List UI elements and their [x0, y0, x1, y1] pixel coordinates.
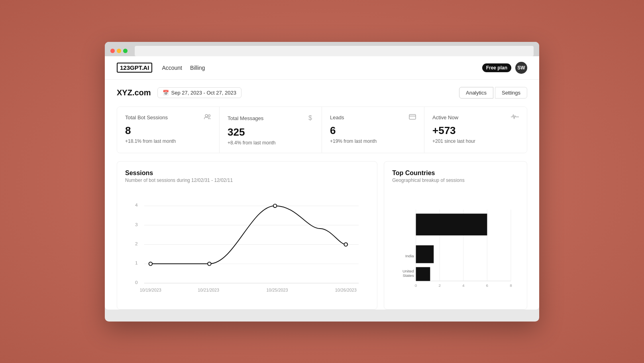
stat-header-sessions: Total Bot Sessions: [125, 114, 211, 121]
sessions-line-chart: 0 1 2 3 4 10/19/2023: [125, 189, 369, 301]
svg-text:India: India: [405, 253, 414, 258]
svg-text:3: 3: [135, 221, 138, 227]
stat-header-active: Active Now: [432, 114, 519, 121]
top-countries-subtitle: Geographical breakup of sessions: [392, 178, 519, 183]
svg-rect-35: [416, 213, 487, 235]
sessions-chart-card: Sessions Number of bot sessions during 1…: [117, 161, 377, 310]
logo[interactable]: 123GPT.AI: [117, 63, 152, 73]
browser-toolbar: [105, 42, 539, 56]
address-bar[interactable]: [135, 46, 534, 56]
svg-rect-40: [416, 267, 430, 281]
users-icon: [204, 114, 211, 121]
pulse-icon: [511, 114, 519, 121]
card-icon: [409, 114, 416, 121]
top-countries-bar-chart: 0 2 4 6 8: [392, 189, 519, 301]
svg-text:0: 0: [135, 279, 138, 285]
app-header: 123GPT.AI Account Billing Free plan SW: [105, 56, 539, 80]
site-title: XYZ.com: [117, 88, 151, 97]
tab-analytics[interactable]: Analytics: [459, 87, 493, 99]
svg-text:$: $: [308, 114, 312, 121]
page-header-left: XYZ.com 📅 Sep 27, 2023 - Oct 27, 2023: [117, 87, 242, 98]
svg-point-23: [344, 243, 348, 246]
stat-total-messages: Total Messages $ 325 +8.4% from last mon…: [220, 107, 322, 153]
logo-gpt: GPT.AI: [130, 64, 149, 71]
svg-point-1: [208, 114, 210, 116]
dollar-icon: $: [307, 114, 314, 123]
header-right: Free plan SW: [482, 62, 527, 74]
nav-account[interactable]: Account: [162, 65, 182, 71]
svg-text:United: United: [402, 268, 414, 273]
svg-text:2: 2: [135, 241, 138, 247]
app-window: 123GPT.AI Account Billing Free plan SW X…: [105, 56, 539, 310]
tab-settings[interactable]: Settings: [495, 87, 527, 99]
minimize-dot[interactable]: [117, 49, 121, 53]
svg-point-22: [273, 204, 277, 207]
stat-change-active: +201 since last hour: [432, 138, 519, 144]
stat-active-now: Active Now +573 +201 since last hour: [424, 107, 527, 153]
maximize-dot[interactable]: [123, 49, 128, 53]
stat-change-messages: +8.4% from last month: [228, 140, 314, 146]
stat-label-leads: Leads: [330, 114, 344, 120]
stat-total-bot-sessions: Total Bot Sessions 8 +18.1% from last mo…: [117, 107, 220, 153]
svg-point-20: [149, 262, 152, 266]
stat-change-sessions: +18.1% from last month: [125, 138, 211, 144]
svg-text:10/19/2023: 10/19/2023: [140, 288, 161, 292]
svg-text:8: 8: [510, 283, 512, 288]
page-tabs: Analytics Settings: [459, 87, 527, 99]
charts-row: Sessions Number of bot sessions during 1…: [117, 161, 527, 310]
sessions-chart-title: Sessions: [125, 170, 369, 177]
svg-point-0: [205, 114, 208, 117]
calendar-icon: 📅: [163, 90, 169, 96]
sessions-chart-subtitle: Number of bot sessions during 12/02/31 -…: [125, 178, 369, 183]
svg-text:4: 4: [135, 202, 138, 208]
svg-point-21: [208, 262, 211, 266]
svg-rect-3: [409, 114, 416, 119]
stat-label-active: Active Now: [432, 114, 458, 120]
page-header: XYZ.com 📅 Sep 27, 2023 - Oct 27, 2023 An…: [105, 80, 539, 103]
svg-text:10/21/2023: 10/21/2023: [198, 288, 219, 292]
svg-text:10/26/2023: 10/26/2023: [335, 288, 357, 292]
svg-text:1: 1: [135, 260, 138, 266]
nav-billing[interactable]: Billing: [190, 65, 205, 71]
stat-value-sessions: 8: [125, 124, 211, 137]
svg-text:4: 4: [462, 283, 465, 288]
svg-text:2: 2: [439, 283, 441, 288]
browser-dots: [110, 49, 128, 53]
svg-text:States: States: [403, 273, 414, 278]
stat-value-leads: 6: [330, 124, 416, 137]
stat-value-active: +573: [432, 124, 519, 137]
stat-label-messages: Total Messages: [228, 115, 263, 121]
stat-label-sessions: Total Bot Sessions: [125, 114, 168, 120]
stat-header-leads: Leads: [330, 114, 416, 121]
date-range-button[interactable]: 📅 Sep 27, 2023 - Oct 27, 2023: [157, 87, 242, 98]
free-plan-badge: Free plan: [482, 63, 511, 72]
date-range-text: Sep 27, 2023 - Oct 27, 2023: [171, 90, 236, 96]
close-dot[interactable]: [110, 49, 115, 53]
top-countries-title: Top Countries: [392, 170, 519, 177]
logo-123: 123: [120, 64, 130, 71]
svg-text:6: 6: [486, 283, 489, 288]
browser-window: 123GPT.AI Account Billing Free plan SW X…: [105, 42, 539, 322]
stat-value-messages: 325: [228, 126, 314, 138]
user-avatar[interactable]: SW: [515, 62, 527, 74]
top-countries-chart-card: Top Countries Geographical breakup of se…: [384, 161, 527, 310]
stat-header-messages: Total Messages $: [228, 114, 314, 123]
stat-leads: Leads 6 +19% from last month: [322, 107, 424, 153]
header-left: 123GPT.AI Account Billing: [117, 63, 205, 73]
stats-row: Total Bot Sessions 8 +18.1% from last mo…: [117, 107, 527, 153]
svg-rect-37: [416, 245, 434, 263]
nav-links: Account Billing: [162, 65, 205, 71]
svg-text:10/25/2023: 10/25/2023: [267, 288, 288, 292]
svg-text:0: 0: [415, 283, 417, 288]
stat-change-leads: +19% from last month: [330, 138, 416, 144]
